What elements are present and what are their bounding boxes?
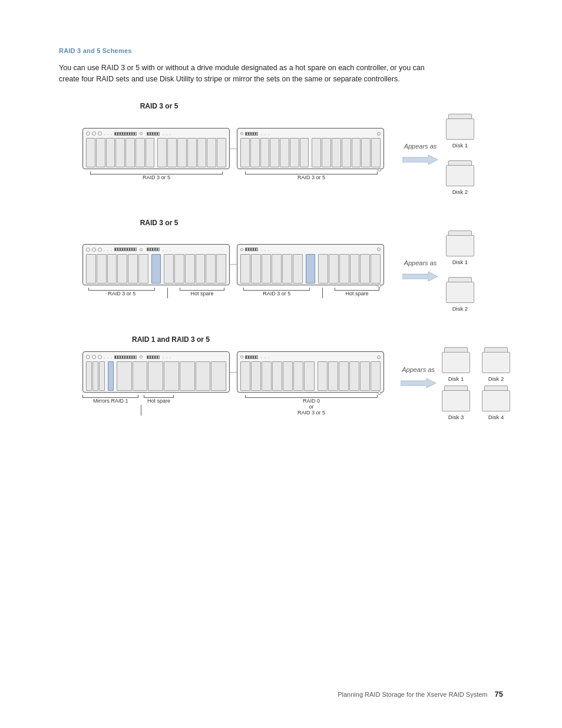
- drive-slot: [318, 254, 328, 284]
- drive-slot: [128, 254, 138, 284]
- diagrams-container: RAID 3 or 5 . . .: [82, 102, 503, 431]
- drive-slot: [304, 361, 314, 391]
- drive-slot: [318, 361, 328, 391]
- drive-slot: [290, 138, 299, 167]
- drive-slot: [352, 138, 361, 167]
- drive-slot: [106, 138, 115, 167]
- drive-slot: [180, 361, 195, 391]
- diagram3-arrow-svg: [401, 376, 436, 390]
- diagram1-title: RAID 3 or 5: [82, 102, 236, 110]
- diagram1-arrow: Appears as: [401, 142, 440, 167]
- d3-hotspare-text: Hot spare: [147, 398, 170, 404]
- body-text: You can use RAID 3 or 5 with or without …: [59, 62, 430, 85]
- enc-d3: . . .: [261, 247, 270, 252]
- enc-drives-2r: [240, 254, 381, 284]
- enc-d3r: . . .: [261, 354, 270, 360]
- drive-slot: [196, 254, 206, 284]
- diagram2-title: RAID 3 or 5: [82, 219, 236, 227]
- drive-slot: [260, 138, 270, 167]
- d2-rl: RAID 3 or 5: [243, 288, 310, 298]
- page: RAID 3 and 5 Schemes You can use RAID 3 …: [0, 0, 562, 728]
- enc-cs1: [140, 248, 143, 251]
- drive-slot: [174, 254, 184, 284]
- d2-rr: Hot spare: [335, 288, 379, 298]
- drive-slot: [251, 254, 261, 284]
- enc-line-connector3: [230, 372, 237, 373]
- enc-c3-2: [92, 355, 96, 359]
- disk2-label: Disk 2: [452, 189, 468, 195]
- diagram-row-2: RAID 3 or 5 . . .: [82, 219, 503, 312]
- drive-slot: [96, 138, 105, 167]
- enc-c2: [92, 248, 96, 252]
- enc-drives: [86, 138, 226, 167]
- enc-cr: [377, 248, 381, 251]
- drive-slot: [240, 254, 250, 284]
- diagram1-disk-icons: Disk 1 Disk 2: [446, 114, 503, 195]
- enc-bs2: [245, 248, 258, 251]
- diagram2-right-labels: RAID 3 or 5 Hot spare: [237, 288, 385, 298]
- enc-bar-sm: [147, 132, 160, 136]
- enc-b3-1: [114, 355, 137, 359]
- drive-slot: [164, 361, 179, 391]
- enc-bs3: [147, 355, 160, 359]
- enc-drives-2l: [86, 254, 226, 284]
- enc-b1: [114, 248, 137, 251]
- section-heading: RAID 3 and 5 Schemes: [59, 47, 503, 54]
- drive-slot: [196, 361, 211, 391]
- drive-slot: [206, 254, 216, 284]
- disk2-group: Disk 2: [446, 160, 474, 195]
- enc-cs2: [240, 248, 243, 251]
- drive-slot: [133, 361, 148, 391]
- page-number: 75: [495, 690, 503, 699]
- svg-marker-2: [401, 378, 436, 388]
- drive-slot: [283, 361, 293, 391]
- d2-left-left: RAID 3 or 5: [88, 288, 155, 298]
- d3-hotspare: Hot spare: [144, 395, 173, 416]
- drive-slot: [272, 361, 282, 391]
- drive-slot: [371, 361, 381, 391]
- disk1-label3: Disk 1: [448, 375, 464, 382]
- hot-spare-slot-r: [306, 254, 316, 284]
- drive-slot: [329, 254, 339, 284]
- drive-slot: [350, 254, 360, 284]
- drive-slot: [312, 138, 321, 167]
- disk3-g3: Disk 3: [442, 386, 470, 420]
- diagram2-arrow-svg: [402, 269, 438, 284]
- drive-slot: [240, 361, 250, 391]
- drive-slot: [339, 361, 349, 391]
- enc-d3-1: . . .: [104, 354, 113, 360]
- disk1-g3: Disk 1: [442, 347, 470, 382]
- drive-slot: [342, 138, 351, 167]
- drive-slot: [282, 254, 292, 284]
- enc-circle: [98, 131, 102, 136]
- diagram3-disk-icons: Disk 1 Disk 2 Disk 3: [442, 347, 510, 420]
- d2-lr-text: Hot spare: [191, 291, 214, 297]
- diagram1-appears-as: Appears as: [404, 142, 437, 150]
- drive-slot: [207, 138, 216, 167]
- diagram3-main: . . . . . .: [82, 347, 503, 420]
- disk4-g3: Disk 4: [482, 386, 510, 420]
- svg-marker-1: [402, 272, 438, 281]
- drive-slot: [187, 138, 197, 167]
- disk2-shape2: [446, 277, 474, 303]
- drive-slot: [211, 361, 226, 391]
- drive-slot: [86, 138, 95, 167]
- enc-drives-3l: [86, 361, 226, 391]
- enc-dots: . . .: [104, 131, 113, 136]
- drive-slot: [138, 254, 148, 284]
- hot-spare-slot-3: [108, 361, 114, 391]
- diagram2-labels: RAID 3 or 5 Hot spare: [82, 288, 385, 298]
- disk4-label3: Disk 4: [488, 414, 504, 420]
- drive-slot: [115, 138, 125, 167]
- drive-slot: [349, 361, 359, 391]
- enc-circle-r: [377, 132, 381, 136]
- d2-left-right: Hot spare: [180, 288, 224, 298]
- drive-slot: [107, 254, 117, 284]
- page-footer: Planning RAID Storage for the Xserve RAI…: [338, 690, 503, 699]
- drive-slot: [360, 254, 370, 284]
- enc-line-connector2: [230, 264, 237, 265]
- drive-slot: [117, 361, 132, 391]
- enc-bs1: [147, 248, 160, 251]
- enc-line-connector: [230, 149, 237, 149]
- d3-mirrors-text: Mirrors RAID 1: [93, 398, 128, 404]
